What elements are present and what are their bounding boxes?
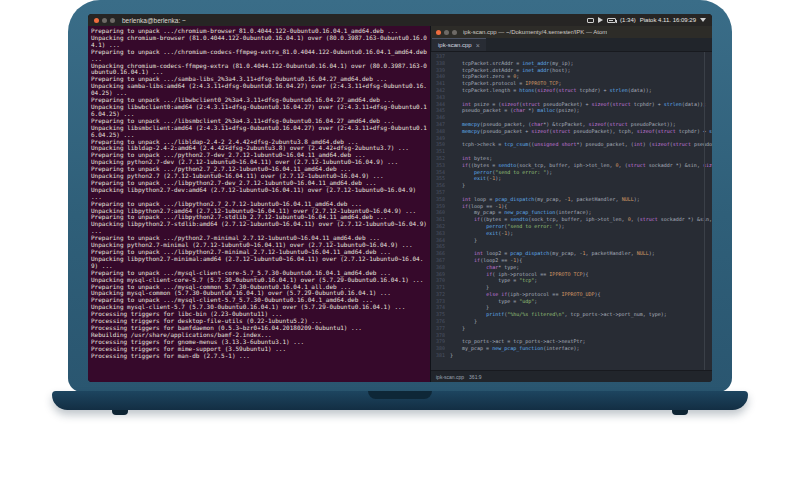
code-line: type = "udp"; xyxy=(450,298,712,305)
code-line: my_pcap = new_pcap_function(interface); xyxy=(450,345,712,352)
code-line xyxy=(450,94,712,101)
line-number: 371 xyxy=(431,284,445,291)
line-number: 376 xyxy=(431,318,445,325)
status-file[interactable]: ipk-scan.cpp xyxy=(436,374,464,380)
status-bar: ipk-scan.cpp 361:9 LFUTF-8C++masterFetch… xyxy=(431,370,712,382)
terminal-line: Unpacking chromium-browser (81.0.4044.12… xyxy=(91,35,427,49)
code-line: } xyxy=(450,284,712,291)
code-lines[interactable]: tcpPacket.srcAddr = inet_addr(my_ip); tc… xyxy=(448,52,712,370)
window-maximize-button[interactable] xyxy=(110,18,115,23)
window-close-button[interactable] xyxy=(94,18,99,23)
volume-icon[interactable] xyxy=(598,17,603,23)
atom-window: ipk-scan.cpp — ~/Dokumenty/4.semester/IP… xyxy=(430,26,712,382)
atom-maximize-button[interactable] xyxy=(452,30,457,35)
line-number: 360 xyxy=(431,209,445,216)
line-number: 379 xyxy=(431,338,445,345)
code-line: type = "tcp"; xyxy=(450,277,712,284)
focused-window-title: berlenka@berlenka: ~ xyxy=(122,17,186,24)
line-number: 364 xyxy=(431,237,445,244)
line-number: 345 xyxy=(431,107,445,114)
line-number: 363 xyxy=(431,230,445,237)
battery-remaining[interactable]: (1:34) xyxy=(620,17,636,23)
atom-close-button[interactable] xyxy=(436,30,441,35)
terminal-line: Unpacking chromium-codecs-ffmpeg-extra (… xyxy=(91,63,427,77)
atom-titlebar[interactable]: ipk-scan.cpp — ~/Dokumenty/4.semester/IP… xyxy=(431,26,712,38)
atom-minimize-button[interactable] xyxy=(444,30,449,35)
terminal-output[interactable]: Preparing to unpack .../chromium-browser… xyxy=(88,26,430,382)
wrap-guide xyxy=(704,52,705,370)
code-line: char* type; xyxy=(450,264,712,271)
line-number: 365 xyxy=(431,243,445,250)
laptop-foot-left xyxy=(112,410,128,415)
code-line: tcpPacket.dstAddr = inet_addr(host); xyxy=(450,67,712,74)
line-number: 380 xyxy=(431,345,445,352)
keyboard-indicator-icon[interactable] xyxy=(587,18,594,23)
terminal-line: Unpacking libpython2.7-stdlib:amd64 (2.7… xyxy=(91,221,427,235)
code-line: int bytes; xyxy=(450,155,712,162)
code-line: int loop = pcap_dispatch(my_pcap, -1, pa… xyxy=(450,196,712,203)
line-number: 354 xyxy=(431,169,445,176)
code-line xyxy=(450,53,712,60)
code-line: tcpPacket.zero = 0; xyxy=(450,73,712,80)
line-number: 350 xyxy=(431,141,445,148)
atom-window-title: ipk-scan.cpp — ~/Dokumenty/4.semester/IP… xyxy=(463,29,607,35)
line-number: 339 xyxy=(431,67,445,74)
line-number: 362 xyxy=(431,223,445,230)
code-line xyxy=(450,114,712,121)
code-line: pseudo_packet = (char *) malloc(psize); xyxy=(450,107,712,114)
battery-icon[interactable] xyxy=(607,18,616,23)
laptop-screen: berlenka@berlenka: ~ (1:34) Piatok 4.11.… xyxy=(88,14,712,382)
page-background: berlenka@berlenka: ~ (1:34) Piatok 4.11.… xyxy=(0,0,800,477)
line-number: 343 xyxy=(431,94,445,101)
line-number: 344 xyxy=(431,101,445,108)
system-panel[interactable]: berlenka@berlenka: ~ (1:34) Piatok 4.11.… xyxy=(88,14,712,26)
code-line: int loop2 = pcap_dispatch(my_pcap, -1, p… xyxy=(450,250,712,257)
line-number: 356 xyxy=(431,182,445,189)
editor[interactable]: 3373383393403413423433443453463473483493… xyxy=(431,52,712,370)
code-line: memcpy(pseudo_packet + sizeof(struct pse… xyxy=(450,128,712,135)
line-number: 337 xyxy=(431,53,445,60)
tab-bar: ipk-scan.cpp × xyxy=(431,38,712,52)
code-line: if((bytes = sendto(sock_tcp, buffer, iph… xyxy=(450,162,712,169)
clock[interactable]: Piatok 4.11. 16:09:29 xyxy=(640,17,696,23)
line-number: 357 xyxy=(431,189,445,196)
code-line: memcpy(pseudo_packet, (char*) &tcpPacket… xyxy=(450,121,712,128)
code-line: else if(iph->protocol == IPPROTO_UDP){ xyxy=(450,291,712,298)
code-line: if(loop == -1){ xyxy=(450,203,712,210)
line-number: 373 xyxy=(431,298,445,305)
code-line: } xyxy=(450,237,712,244)
line-number: 381 xyxy=(431,352,445,359)
line-number: 366 xyxy=(431,250,445,257)
tab-close-icon[interactable]: × xyxy=(476,42,480,49)
status-left: ipk-scan.cpp 361:9 xyxy=(436,374,482,380)
code-line xyxy=(450,332,712,339)
laptop-foot-right xyxy=(672,410,688,415)
code-line: } xyxy=(450,304,712,311)
code-line: } xyxy=(450,182,712,189)
terminal-line: Unpacking libwbclient0:amd64 (2:4.3.11+d… xyxy=(91,104,427,118)
line-number: 352 xyxy=(431,155,445,162)
terminal-line: Processing triggers for man-db (2.7.5-1)… xyxy=(91,353,427,360)
code-line: tcp_ports->act = tcp_ports->act->nextPtr… xyxy=(450,338,712,345)
line-number: 341 xyxy=(431,80,445,87)
code-line xyxy=(450,148,712,155)
code-line: if((bytes = sendto(sock_tcp, buffer, iph… xyxy=(450,216,712,223)
terminal-line: Preparing to unpack .../chromium-codecs-… xyxy=(91,49,427,63)
line-number: 378 xyxy=(431,332,445,339)
base-notch xyxy=(368,391,432,399)
code-line: } xyxy=(450,318,712,325)
line-number: 338 xyxy=(431,60,445,67)
terminal-line: Unpacking libpython2.7-dev:amd64 (2.7.12… xyxy=(91,187,427,201)
code-line: if(loop2 == -1){ xyxy=(450,257,712,264)
line-number: 347 xyxy=(431,121,445,128)
tab-ipk-scan[interactable]: ipk-scan.cpp × xyxy=(432,38,486,51)
window-minimize-button[interactable] xyxy=(102,18,107,23)
line-number: 372 xyxy=(431,291,445,298)
line-number: 342 xyxy=(431,87,445,94)
terminal-line: Unpacking libpython2.7-minimal:amd64 (2.… xyxy=(91,256,427,270)
status-cursor-position[interactable]: 361:9 xyxy=(469,374,482,380)
line-number: 353 xyxy=(431,162,445,169)
line-number: 359 xyxy=(431,203,445,210)
line-number: 349 xyxy=(431,135,445,142)
session-menu-icon[interactable] xyxy=(700,18,706,22)
